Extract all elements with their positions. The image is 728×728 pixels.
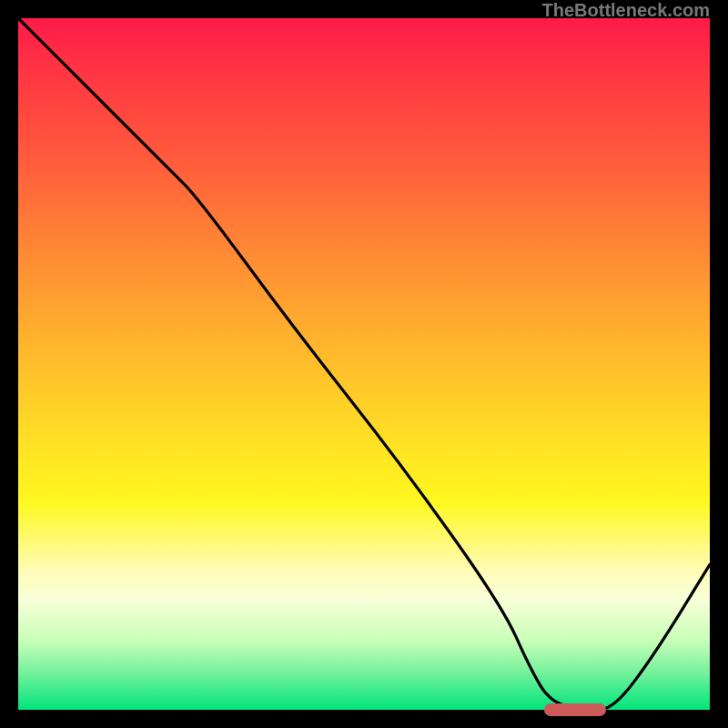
bottleneck-curve bbox=[18, 18, 710, 710]
optimal-range-marker bbox=[544, 703, 606, 716]
chart-canvas: TheBottleneck.com bbox=[0, 0, 728, 728]
watermark-text: TheBottleneck.com bbox=[542, 0, 710, 21]
